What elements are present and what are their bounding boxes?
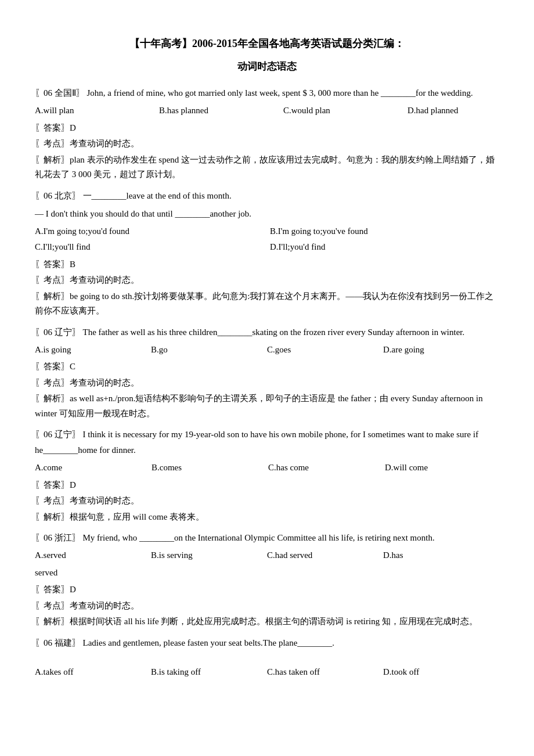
q4-source: 〖06 辽宁〗 (35, 430, 81, 439)
q4-point: 〖考点〗考查动词的时态。 (35, 494, 499, 509)
q5-option-d: D.has (383, 548, 499, 563)
q3-analysis-label: 〖解析〗 (35, 394, 70, 403)
question-3: 〖06 辽宁〗 The father as well as his three … (35, 325, 499, 422)
q5-source: 〖06 浙江〗 (35, 533, 81, 542)
q2-option-c: C.I'll;you'll find (35, 240, 264, 255)
q1-option-d: D.had planned (407, 103, 524, 118)
q6-option-a: A.takes off (35, 665, 151, 680)
q1-option-b: B.has planned (159, 103, 275, 118)
q1-answer-label: 〖答案〗 (35, 123, 70, 132)
q2-answer-value: B (70, 260, 75, 269)
q4-option-c: C.has come (268, 460, 383, 476)
q1-options: A.will plan B.has planned C.would plan D… (35, 103, 499, 118)
q6-source: 〖06 福建〗 (35, 638, 81, 647)
q2-option-a: A.I'm going to;you'd found (35, 224, 264, 239)
q3-answer-value: C (70, 362, 75, 371)
q2-text2: — I don't think you should do that until… (35, 206, 499, 222)
q2-answer-label: 〖答案〗 (35, 260, 70, 269)
q6-option-d: D.took off (383, 665, 499, 680)
q5-answer-label: 〖答案〗 (35, 585, 70, 594)
q3-option-a: A.is going (35, 343, 151, 358)
q5-analysis: 〖解析〗根据时间状语 all his life 判断，此处应用完成时态。根据主句… (35, 614, 499, 629)
q2-body2: — I don't think you should do that until… (35, 209, 251, 218)
q1-point-label: 〖考点〗 (35, 139, 70, 148)
q2-point-value: 考查动词的时态。 (70, 275, 139, 285)
q3-answer-label: 〖答案〗 (35, 362, 70, 371)
q5-point-label: 〖考点〗 (35, 601, 70, 610)
q2-analysis-label: 〖解析〗 (35, 291, 70, 301)
q5-body: My friend, who ________on the Internatio… (83, 533, 435, 542)
q4-body: I think it is necessary for my 19-year-o… (35, 430, 478, 455)
q3-options: A.is going B.go C.goes D.are going (35, 343, 499, 358)
q2-option-d: D.I'll;you'd find (270, 240, 499, 255)
q1-analysis-value: plan 表示的动作发生在 spend 这一过去动作之前，故应该用过去完成时。句… (35, 155, 495, 179)
q4-option-a: A.come (35, 460, 149, 476)
q4-point-value: 考查动词的时态。 (70, 496, 139, 505)
q2-options: A.I'm going to;you'd found B.I'm going t… (35, 224, 499, 255)
page-container: 【十年高考】2006-2015年全国各地高考英语试题分类汇编： 动词时态语态 〖… (35, 35, 499, 679)
q5-point: 〖考点〗考查动词的时态。 (35, 599, 499, 614)
q4-answer-label: 〖答案〗 (35, 480, 70, 489)
q4-analysis-value: 根据句意，应用 will come 表将来。 (70, 512, 204, 521)
q2-analysis: 〖解析〗be going to do sth.按计划将要做某事。此句意为:我打算… (35, 289, 499, 319)
q4-analysis: 〖解析〗根据句意，应用 will come 表将来。 (35, 510, 499, 525)
question-5: 〖06 浙江〗 My friend, who ________on the In… (35, 530, 499, 629)
q3-point: 〖考点〗考查动词的时态。 (35, 376, 499, 391)
q1-analysis: 〖解析〗plan 表示的动作发生在 spend 这一过去动作之前，故应该用过去完… (35, 153, 499, 182)
q2-option-b: B.I'm going to;you've found (270, 224, 499, 239)
q1-option-a: A.will plan (35, 103, 151, 118)
question-6: 〖06 福建〗 Ladies and gentlemen, please fas… (35, 635, 499, 680)
q1-answer: 〖答案〗D (35, 121, 499, 136)
q2-text1: 〖06 北京〗 一________leave at the end of thi… (35, 188, 499, 204)
q6-option-b: B.is taking off (151, 665, 267, 680)
q3-answer: 〖答案〗C (35, 359, 499, 375)
q3-option-c: C.goes (267, 343, 383, 358)
q1-source: 〖06 全国Ⅱ〗 (35, 88, 85, 98)
q3-option-b: B.go (151, 343, 267, 358)
question-1: 〖06 全国Ⅱ〗 John, a friend of mine, who got… (35, 85, 499, 182)
q5-text: 〖06 浙江〗 My friend, who ________on the In… (35, 530, 499, 546)
q4-text: 〖06 辽宁〗 I think it is necessary for my 1… (35, 427, 499, 458)
q1-body: John, a friend of mine, who got married … (87, 88, 473, 98)
q2-analysis-value: be going to do sth.按计划将要做某事。此句意为:我打算在这个月… (35, 291, 493, 316)
q3-point-label: 〖考点〗 (35, 378, 70, 387)
q5-option-d-cont: served (35, 566, 499, 581)
q4-option-d: D.will come (385, 460, 499, 476)
q2-point: 〖考点〗考查动词的时态。 (35, 273, 499, 288)
question-2: 〖06 北京〗 一________leave at the end of thi… (35, 188, 499, 319)
q3-text: 〖06 辽宁〗 The father as well as his three … (35, 325, 499, 340)
q5-option-a: A.served (35, 548, 151, 563)
q4-point-label: 〖考点〗 (35, 496, 70, 505)
q4-option-b: B.comes (151, 460, 266, 476)
q6-body: Ladies and gentlemen, please fasten your… (83, 638, 335, 647)
q3-analysis-value: as well as+n./pron.短语结构不影响句子的主谓关系，即句子的主语… (35, 394, 483, 418)
q4-options: A.come B.comes C.has come D.will come (35, 460, 499, 476)
q1-text: 〖06 全国Ⅱ〗 John, a friend of mine, who got… (35, 85, 499, 101)
question-4: 〖06 辽宁〗 I think it is necessary for my 1… (35, 427, 499, 524)
q1-point: 〖考点〗考查动词的时态。 (35, 136, 499, 152)
q4-answer: 〖答案〗D (35, 478, 499, 493)
q2-body1: 一________leave at the end of this month. (83, 191, 232, 200)
q3-point-value: 考查动词的时态。 (70, 378, 139, 387)
q5-option-b: B.is serving (151, 548, 267, 563)
q2-source: 〖06 北京〗 (35, 191, 81, 200)
sub-title: 动词时态语态 (35, 59, 499, 75)
q5-option-c: C.had served (267, 548, 383, 563)
q2-point-label: 〖考点〗 (35, 275, 70, 285)
q3-body: The father as well as his three children… (83, 327, 465, 337)
q5-answer-value: D (70, 585, 76, 594)
q1-analysis-label: 〖解析〗 (35, 155, 70, 164)
q4-analysis-label: 〖解析〗 (35, 512, 70, 521)
q3-analysis: 〖解析〗as well as+n./pron.短语结构不影响句子的主谓关系，即句… (35, 391, 499, 421)
q5-analysis-value: 根据时间状语 all his life 判断，此处应用完成时态。根据主句的谓语动… (70, 617, 478, 626)
main-title: 【十年高考】2006-2015年全国各地高考英语试题分类汇编： (35, 35, 499, 53)
q5-point-value: 考查动词的时态。 (70, 601, 139, 610)
q1-option-c: C.would plan (283, 103, 399, 118)
q4-answer-value: D (70, 480, 76, 489)
q6-spacer (35, 653, 499, 665)
q1-answer-value: D (70, 123, 76, 132)
q1-point-value: 考查动词的时态。 (70, 139, 139, 148)
q3-option-d: D.are going (383, 343, 499, 358)
q2-answer: 〖答案〗B (35, 257, 499, 272)
q6-options: A.takes off B.is taking off C.has taken … (35, 665, 499, 680)
